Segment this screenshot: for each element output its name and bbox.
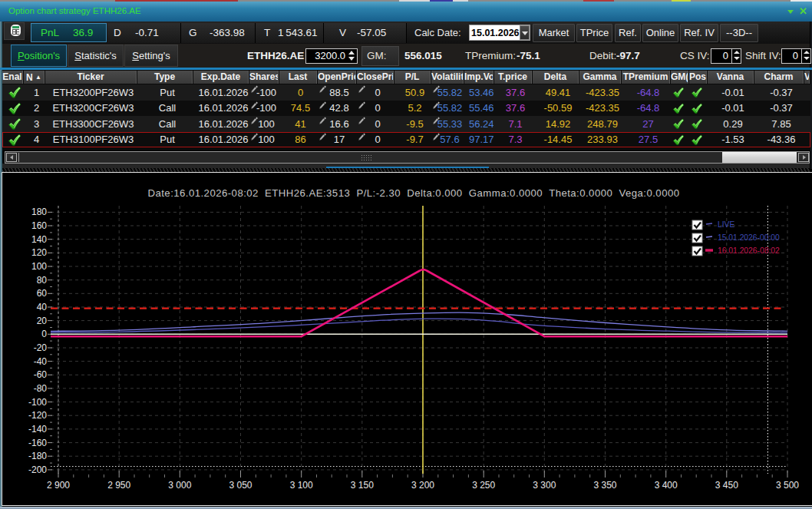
svg-text:160: 160 [31,220,47,231]
svg-text:100: 100 [31,261,47,272]
svg-text:180: 180 [31,207,47,217]
svg-text:140: 140 [31,234,47,245]
svg-text:60: 60 [37,288,48,299]
svg-text:-80: -80 [34,383,48,394]
svg-text:40: 40 [37,302,48,312]
svg-text:3 050: 3 050 [229,480,252,491]
svg-text:-60: -60 [34,369,48,380]
svg-text:3 150: 3 150 [351,480,374,491]
svg-text:3 250: 3 250 [472,480,495,491]
svg-text:3 300: 3 300 [533,480,556,491]
svg-text:3 350: 3 350 [593,480,616,491]
svg-text:-180: -180 [28,451,47,461]
svg-text:0: 0 [41,329,47,339]
svg-text:3 200: 3 200 [411,480,434,491]
svg-text:-120: -120 [28,410,47,421]
svg-text:-200: -200 [28,464,47,475]
svg-text:-160: -160 [28,438,47,448]
svg-text:20: 20 [37,316,48,326]
svg-text:3 500: 3 500 [776,480,799,491]
svg-text:2 900: 2 900 [47,480,70,491]
svg-text:16.01.2026-08:02: 16.01.2026-08:02 [718,246,780,255]
svg-text:3 100: 3 100 [290,480,313,491]
svg-text:3 400: 3 400 [655,480,678,491]
svg-text:-20: -20 [34,342,48,353]
svg-text:3 000: 3 000 [168,480,191,491]
svg-text:-100: -100 [28,397,47,408]
svg-text:-140: -140 [28,424,47,435]
svg-text:LIVE: LIVE [718,220,734,229]
svg-text:Date:16.01.2026-08:02 ETHH26.: Date:16.01.2026-08:02 ETHH26.AE:3513 P/L… [147,187,679,199]
svg-text:15.01.2026-00:00: 15.01.2026-00:00 [718,233,780,242]
svg-text:80: 80 [37,275,48,286]
svg-text:2 950: 2 950 [107,480,130,491]
svg-text:-40: -40 [34,356,48,367]
svg-text:3 450: 3 450 [715,480,738,491]
svg-text:120: 120 [31,247,47,258]
